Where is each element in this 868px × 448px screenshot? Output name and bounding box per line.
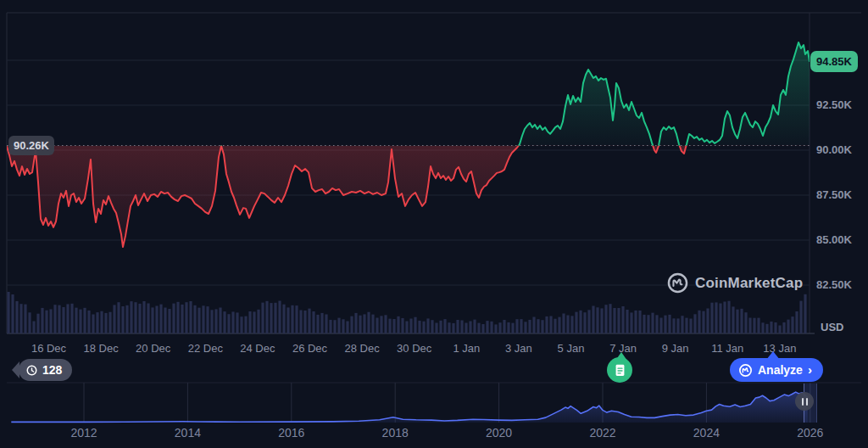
current-price-badge: 94.85K (810, 51, 858, 72)
y-axis-tick-label: 85.00K (816, 234, 852, 246)
coinmarketcap-logo-icon (666, 272, 689, 294)
chevron-right-icon: › (808, 362, 812, 377)
analyze-button-label: Analyze (758, 363, 803, 377)
baseline-price-badge: 90.26K (8, 136, 54, 155)
x-axis-tick-label: 18 Dec (83, 342, 118, 355)
x-axis-tick-label: 1 Jan (453, 342, 480, 355)
history-clock-icon (25, 364, 38, 377)
minimap-selection-handle[interactable] (795, 392, 814, 411)
minimap-year-label: 2022 (589, 426, 615, 440)
x-axis-tick-label: 16 Dec (31, 342, 66, 355)
note-marker-button[interactable] (607, 357, 632, 383)
history-count-badge[interactable]: 128 (19, 359, 72, 381)
y-axis-tick-label: 92.50K (816, 99, 852, 111)
y-axis-tick-label: 90.00K (816, 144, 852, 156)
history-count-value: 128 (42, 363, 62, 377)
volume-bars (7, 292, 806, 333)
x-axis-tick-label: 30 Dec (397, 342, 431, 355)
y-axis-tick-label: 87.50K (816, 189, 852, 201)
coinmarketcap-logo-icon (738, 363, 753, 378)
x-axis-tick-label: 5 Jan (558, 342, 585, 355)
x-axis-tick-label: 24 Dec (240, 342, 275, 355)
note-document-icon (614, 363, 626, 378)
minimap-year-label: 2024 (693, 426, 720, 440)
coinmarketcap-watermark: CoinMarketCap (666, 272, 803, 294)
watermark-text: CoinMarketCap (695, 275, 803, 292)
grip-bar (802, 398, 804, 406)
y-axis-tick-label: 82.50K (816, 279, 852, 291)
minimap-year-label: 2026 (797, 426, 823, 440)
x-axis-tick-label: 11 Jan (711, 342, 743, 355)
x-axis-tick-label: 3 Jan (505, 342, 532, 355)
price-chart-widget: 94.85K 90.26K 92.50K90.00K87.50K85.00K82… (0, 0, 868, 448)
minimap-year-label: 2016 (278, 426, 304, 440)
minimap-area (11, 392, 807, 423)
currency-unit-label: USD (821, 321, 843, 333)
minimap-year-label: 2020 (486, 426, 512, 440)
minimap-year-label: 2014 (175, 426, 201, 440)
minimap-year-label: 2012 (70, 426, 97, 440)
analyze-button[interactable]: Analyze › (730, 358, 823, 382)
grip-bar (806, 398, 808, 406)
x-axis-tick-label: 20 Dec (136, 342, 170, 355)
x-axis-tick-label: 9 Jan (662, 342, 689, 355)
x-axis-tick-label: 22 Dec (188, 342, 223, 355)
minimap-year-label: 2018 (382, 426, 409, 440)
x-axis-tick-label: 28 Dec (344, 342, 379, 355)
x-axis-tick-label: 26 Dec (292, 342, 327, 355)
